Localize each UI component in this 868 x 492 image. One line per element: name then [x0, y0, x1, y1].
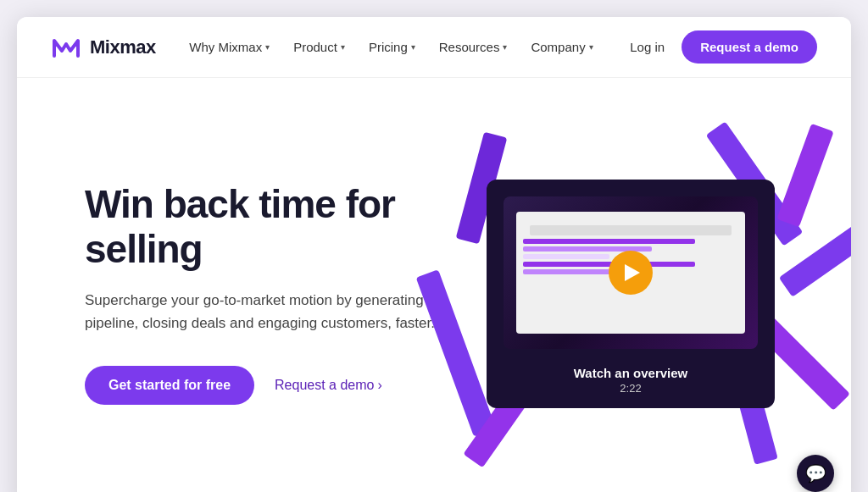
chevron-down-icon: ▾ — [341, 42, 345, 52]
video-card: Watch an overview 2:22 — [487, 180, 775, 408]
video-duration: 2:22 — [487, 382, 775, 395]
nav-item-why-mixmax[interactable]: Why Mixmax ▾ — [179, 33, 280, 61]
nav-item-resources[interactable]: Resources ▾ — [429, 33, 518, 61]
video-title: Watch an overview — [487, 366, 775, 380]
logo-text: Mixmax — [90, 36, 156, 58]
chat-icon: 💬 — [805, 463, 826, 484]
main-nav: Why Mixmax ▾ Product ▾ Pricing ▾ Resourc… — [179, 33, 603, 61]
logo-link[interactable]: Mixmax — [51, 32, 156, 63]
hero-section: Win back time for selling Supercharge yo… — [17, 78, 851, 492]
chat-widget-button[interactable]: 💬 — [797, 455, 834, 492]
nav-item-product[interactable]: Product ▾ — [283, 33, 355, 61]
request-demo-button[interactable]: Request a demo — [682, 30, 817, 64]
screen-data-bar-3 — [523, 254, 609, 259]
chevron-down-icon: ▾ — [503, 42, 507, 52]
get-started-button[interactable]: Get started for free — [85, 366, 254, 405]
nav-item-pricing[interactable]: Pricing ▾ — [359, 33, 426, 61]
nav-item-company[interactable]: Company ▾ — [520, 33, 603, 61]
video-card-wrapper: Watch an overview 2:22 — [427, 99, 834, 489]
hero-title: Win back time for selling — [85, 182, 475, 272]
chevron-down-icon: ▾ — [589, 42, 593, 52]
video-info: Watch an overview 2:22 — [487, 366, 775, 395]
decorative-ribbon-2 — [776, 123, 833, 226]
header: Mixmax Why Mixmax ▾ Product ▾ Pricing ▾ … — [17, 17, 851, 78]
screen-data-bar-1 — [523, 239, 695, 244]
play-icon — [625, 264, 640, 281]
screen-mockup — [504, 196, 758, 349]
chevron-down-icon: ▾ — [265, 42, 270, 52]
login-link[interactable]: Log in — [626, 33, 668, 61]
hero-subtitle: Supercharge your go-to-market motion by … — [85, 289, 441, 334]
hero-content: Win back time for selling Supercharge yo… — [85, 182, 475, 404]
hero-cta: Get started for free Request a demo › — [85, 366, 475, 405]
screen-header-bar — [530, 225, 732, 235]
mixmax-logo-icon — [51, 32, 81, 63]
browser-frame: Mixmax Why Mixmax ▾ Product ▾ Pricing ▾ … — [17, 17, 851, 492]
chevron-down-icon: ▾ — [411, 42, 415, 52]
nav-actions: Log in Request a demo — [626, 30, 817, 64]
request-demo-link[interactable]: Request a demo › — [275, 378, 382, 393]
play-button[interactable] — [609, 251, 653, 295]
